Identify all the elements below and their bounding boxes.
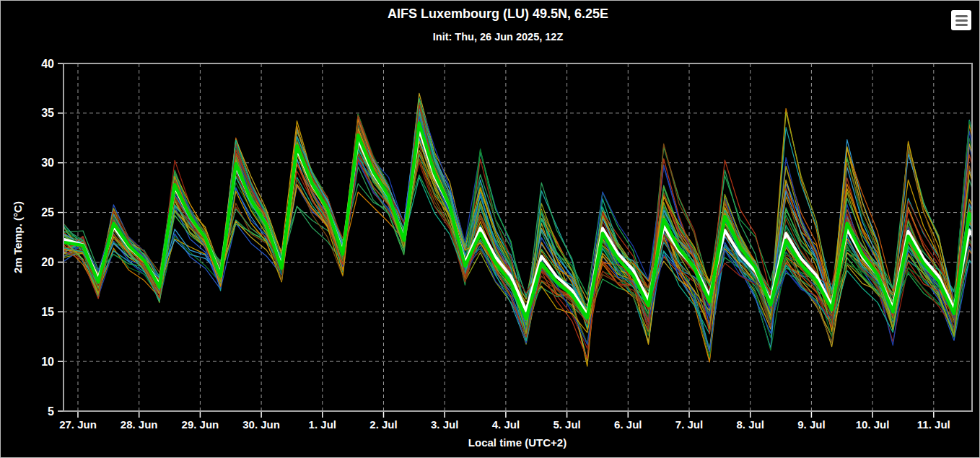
hamburger-menu-icon	[955, 15, 968, 17]
y-tick-label: 10	[41, 356, 54, 368]
chart-title: AIFS Luxembourg (LU) 49.5N, 6.25E	[388, 6, 608, 21]
x-tick-label: 2. Jul	[369, 418, 397, 431]
x-tick-label: 9. Jul	[797, 418, 825, 431]
x-tick-label: 8. Jul	[737, 418, 764, 431]
x-tick-label: 4. Jul	[492, 418, 520, 431]
y-tick-label: 20	[41, 256, 54, 268]
chart-subtitle: Init: Thu, 26 Jun 2025, 12Z	[433, 31, 564, 43]
x-tick-label: 3. Jul	[431, 418, 458, 431]
y-tick-label: 35	[41, 107, 54, 119]
y-tick-label: 40	[41, 58, 54, 70]
x-tick-label: 10. Jul	[856, 418, 890, 431]
y-axis-title: 2m Temp. (°C)	[12, 201, 24, 273]
meteogram-chart: AIFS Luxembourg (LU) 49.5N, 6.25E Init: …	[0, 0, 980, 458]
x-axis-title: Local time (UTC+2)	[468, 436, 566, 449]
x-tick-label: 29. Jun	[182, 418, 219, 431]
x-tick-label: 6. Jul	[614, 418, 642, 431]
y-tick-label: 15	[41, 306, 54, 318]
x-tick-label: 28. Jun	[121, 418, 158, 431]
x-tick-label: 30. Jun	[242, 418, 280, 431]
x-tick-label: 27. Jun	[59, 418, 97, 431]
x-tick-label: 1. Jul	[309, 418, 336, 431]
x-tick-label: 11. Jul	[917, 418, 950, 431]
x-tick-label: 7. Jul	[675, 418, 703, 431]
chart-context-menu-button[interactable]	[951, 10, 971, 30]
y-tick-label: 5	[48, 405, 54, 418]
y-tick-label: 30	[41, 157, 54, 169]
y-tick-label: 25	[41, 206, 54, 219]
x-tick-label: 5. Jul	[553, 418, 580, 431]
